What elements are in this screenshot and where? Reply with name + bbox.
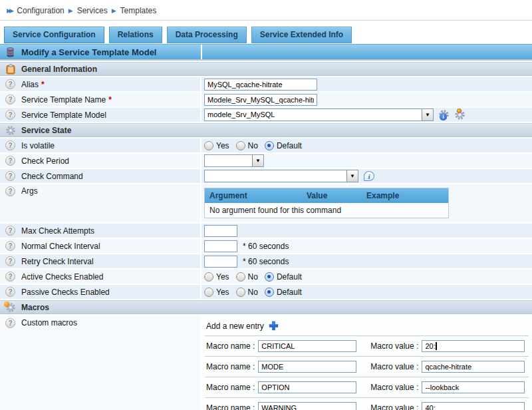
help-icon[interactable]: ? <box>5 226 15 236</box>
macro-name-label: Macro name : <box>206 341 255 351</box>
macro-value-input[interactable] <box>422 361 525 373</box>
macro-row: Macro name : Macro value : <box>204 398 532 410</box>
add-entry-label: Add a new entry <box>206 321 264 331</box>
radio-label: Default <box>277 141 302 150</box>
template-settings-gear-icon[interactable] <box>454 109 466 120</box>
field-label: Passive Checks Enabled <box>21 288 110 297</box>
radio-default[interactable] <box>265 141 274 150</box>
required-marker: * <box>108 95 112 104</box>
macro-value-input[interactable] <box>422 381 525 393</box>
dropdown-arrow-icon[interactable]: ▼ <box>346 170 358 182</box>
alias-input[interactable] <box>204 79 317 91</box>
radio-yes[interactable] <box>204 141 213 150</box>
radio-no[interactable] <box>236 141 245 150</box>
service-template-name-input[interactable] <box>204 94 317 106</box>
radio-label: Yes <box>216 288 229 297</box>
interval-suffix: * 60 seconds <box>243 242 289 251</box>
tab-data-processing[interactable]: Data Processing <box>167 27 247 43</box>
active-checks-radio-group: Yes No Default <box>204 272 309 282</box>
tab-bar: Service Configuration Relations Data Pro… <box>0 21 532 43</box>
help-icon[interactable]: ? <box>5 186 15 196</box>
field-label: Check Period <box>21 156 69 166</box>
radio-label: No <box>248 272 258 282</box>
field-label: Is volatile <box>21 141 55 150</box>
tab-service-configuration[interactable]: Service Configuration <box>4 27 104 43</box>
section-title: Service State <box>21 126 71 135</box>
help-icon[interactable]: ? <box>5 110 15 120</box>
section-header-general-information: General Information <box>0 62 532 76</box>
retry-check-interval-input[interactable] <box>204 256 237 268</box>
interval-suffix: * 60 seconds <box>243 257 289 266</box>
radio-label: Default <box>277 272 302 282</box>
radio-label: Default <box>277 288 302 297</box>
form-row-is-volatile: ? Is volatile Yes No Default <box>0 138 532 152</box>
radio-default[interactable] <box>265 272 274 282</box>
macro-name-input[interactable] <box>258 340 356 352</box>
required-marker: * <box>41 80 45 89</box>
dropdown-arrow-icon[interactable]: ▼ <box>422 109 433 120</box>
plus-icon[interactable] <box>269 321 279 331</box>
form-row-service-template-name: ? Service Template Name * <box>0 93 532 106</box>
help-icon[interactable]: ? <box>5 79 15 89</box>
macro-name-label: Macro name : <box>206 403 255 410</box>
breadcrumb-item-services[interactable]: Services <box>77 6 108 15</box>
macro-value-input[interactable] <box>422 340 525 352</box>
arrow-right-icon: ▶ <box>68 7 73 14</box>
field-label: Alias <box>21 80 39 89</box>
field-label: Max Check Attempts <box>21 226 94 236</box>
check-command-select[interactable]: ▼ <box>204 170 358 182</box>
radio-label: Yes <box>216 141 229 150</box>
macro-row: Macro name : Macro value : <box>204 336 532 356</box>
breadcrumb: ▶▶ Configuration ▶ Services ▶ Templates <box>0 0 532 21</box>
breadcrumb-item-configuration[interactable]: Configuration <box>17 6 64 15</box>
form-row-service-template-model: ? Service Template Model modele_Srv_MySQ… <box>0 108 532 122</box>
normal-check-interval-input[interactable] <box>204 240 237 252</box>
max-check-attempts-input[interactable] <box>204 225 237 237</box>
breadcrumb-item-templates[interactable]: Templates <box>120 6 157 15</box>
radio-yes[interactable] <box>204 288 213 297</box>
radio-no[interactable] <box>236 272 245 282</box>
macro-name-input[interactable] <box>258 381 356 393</box>
column-header-example: Example <box>362 188 448 203</box>
template-info-gear-icon[interactable]: i <box>438 109 450 120</box>
help-icon[interactable]: ? <box>5 140 15 150</box>
help-icon[interactable]: ? <box>5 156 15 166</box>
titlebar-divider <box>201 45 202 59</box>
form-row-max-check-attempts: ? Max Check Attempts <box>0 224 532 238</box>
help-icon[interactable]: ? <box>5 287 15 297</box>
help-icon[interactable]: ? <box>5 318 15 328</box>
service-template-model-select[interactable]: modele_Srv_MySQL ▼ <box>204 108 434 121</box>
tab-service-extended-info[interactable]: Service Extended Info <box>251 27 352 43</box>
selected-value <box>205 170 346 182</box>
macro-name-input[interactable] <box>258 402 356 410</box>
section-title: Macros <box>21 303 49 312</box>
radio-yes[interactable] <box>204 272 213 282</box>
help-icon[interactable]: ? <box>5 241 15 251</box>
tab-relations[interactable]: Relations <box>109 27 162 43</box>
radio-default[interactable] <box>265 288 274 297</box>
help-icon[interactable]: ? <box>5 256 15 266</box>
help-icon[interactable]: ? <box>5 95 15 104</box>
form-row-check-command: ? Check Command ▼ i <box>0 169 532 183</box>
form-row-check-period: ? Check Period ▼ <box>0 154 532 168</box>
radio-no[interactable] <box>236 288 245 297</box>
check-period-select[interactable]: ▼ <box>204 154 264 167</box>
form-row-passive-checks-enabled: ? Passive Checks Enabled Yes No Default <box>0 285 532 299</box>
dropdown-arrow-icon[interactable]: ▼ <box>252 155 263 166</box>
field-label: Args <box>21 186 38 196</box>
macro-name-label: Macro name : <box>206 362 255 371</box>
macro-name-input[interactable] <box>258 361 356 373</box>
form-row-custom-macros: ? Custom macros Add a new entry Macro na… <box>0 315 532 410</box>
fast-forward-icon: ▶▶ <box>7 7 11 14</box>
field-label: Active Checks Enabled <box>21 272 103 282</box>
info-icon[interactable]: i <box>364 171 374 181</box>
macro-row: Macro name : Macro value : <box>204 357 532 377</box>
section-header-service-state: Service State <box>0 123 532 137</box>
args-empty-message: No argument found for this command <box>205 203 448 218</box>
field-label: Service Template Name <box>21 95 106 104</box>
form-row-active-checks-enabled: ? Active Checks Enabled Yes No Default <box>0 270 532 284</box>
help-icon[interactable]: ? <box>5 171 15 181</box>
column-header-argument: Argument <box>205 188 302 203</box>
help-icon[interactable]: ? <box>5 272 15 282</box>
macro-value-input[interactable] <box>422 402 525 410</box>
